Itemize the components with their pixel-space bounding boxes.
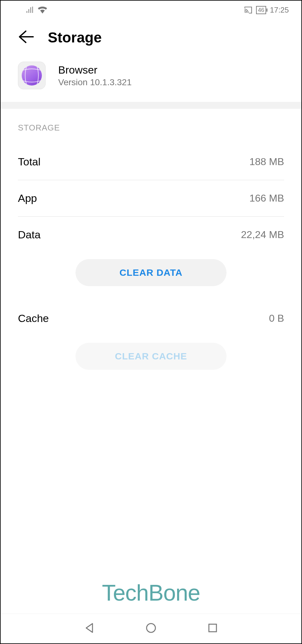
wifi-icon bbox=[38, 7, 47, 14]
section-divider bbox=[1, 102, 301, 109]
total-label: Total bbox=[18, 156, 41, 168]
row-data: Data 22,24 MB bbox=[1, 217, 301, 253]
status-bar: 46 17:25 bbox=[1, 1, 301, 19]
nav-recent-icon[interactable] bbox=[207, 622, 218, 635]
data-label: Data bbox=[18, 229, 41, 241]
app-size-value: 166 MB bbox=[249, 192, 284, 204]
section-heading: STORAGE bbox=[1, 109, 301, 144]
battery-level: 46 bbox=[258, 7, 264, 13]
back-arrow-icon[interactable] bbox=[18, 31, 34, 44]
status-right: 46 17:25 bbox=[244, 6, 289, 14]
battery-indicator: 46 bbox=[256, 6, 266, 14]
clear-data-button[interactable]: CLEAR DATA bbox=[76, 259, 226, 286]
data-value: 22,24 MB bbox=[241, 229, 284, 241]
signal-icon bbox=[26, 7, 34, 14]
navigation-bar bbox=[1, 613, 301, 643]
svg-rect-1 bbox=[209, 624, 216, 632]
app-info-row: Browser Version 10.1.3.321 bbox=[1, 62, 301, 102]
watermark: TechBone bbox=[102, 580, 200, 606]
row-total: Total 188 MB bbox=[1, 144, 301, 180]
app-version: Version 10.1.3.321 bbox=[58, 77, 132, 87]
cache-value: 0 B bbox=[269, 313, 284, 324]
clear-cache-wrap: CLEAR CACHE bbox=[1, 336, 301, 384]
clear-data-wrap: CLEAR DATA bbox=[1, 253, 301, 300]
page-title: Storage bbox=[48, 29, 102, 46]
cache-label: Cache bbox=[18, 312, 49, 325]
nav-back-icon[interactable] bbox=[84, 622, 95, 635]
clock: 17:25 bbox=[270, 6, 289, 14]
app-name: Browser bbox=[58, 64, 132, 76]
row-app: App 166 MB bbox=[1, 180, 301, 216]
app-size-label: App bbox=[18, 192, 37, 204]
nav-home-icon[interactable] bbox=[145, 622, 157, 635]
header: Storage bbox=[1, 19, 301, 62]
app-info-text: Browser Version 10.1.3.321 bbox=[58, 64, 132, 87]
row-cache: Cache 0 B bbox=[1, 300, 301, 336]
clear-cache-button: CLEAR CACHE bbox=[76, 343, 226, 370]
svg-point-0 bbox=[147, 624, 155, 632]
status-left bbox=[26, 7, 47, 14]
cast-icon bbox=[244, 7, 252, 14]
app-icon bbox=[18, 62, 46, 89]
total-value: 188 MB bbox=[249, 156, 284, 168]
